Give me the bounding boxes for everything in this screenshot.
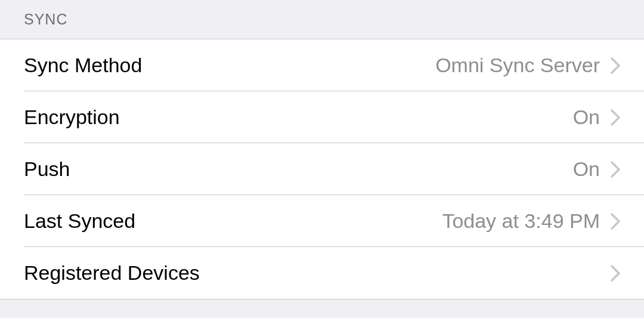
chevron-right-icon xyxy=(611,109,620,126)
row-label: Last Synced xyxy=(24,209,442,233)
chevron-right-icon xyxy=(611,161,620,178)
row-sync-method[interactable]: Sync Method Omni Sync Server xyxy=(0,39,644,91)
row-label: Registered Devices xyxy=(24,261,600,285)
row-last-synced[interactable]: Last Synced Today at 3:49 PM xyxy=(0,195,644,247)
row-encryption[interactable]: Encryption On xyxy=(0,91,644,143)
row-label: Push xyxy=(24,158,573,181)
chevron-right-icon xyxy=(611,213,620,230)
row-value: On xyxy=(573,106,600,129)
row-label: Sync Method xyxy=(24,54,435,77)
chevron-right-icon xyxy=(611,57,620,74)
row-value: Today at 3:49 PM xyxy=(442,209,600,233)
settings-list-sync: Sync Method Omni Sync Server Encryption … xyxy=(0,39,644,300)
row-push[interactable]: Push On xyxy=(0,143,644,195)
row-value: On xyxy=(573,158,600,181)
chevron-right-icon xyxy=(611,265,620,282)
section-title: SYNC xyxy=(24,11,67,27)
row-registered-devices[interactable]: Registered Devices xyxy=(0,247,644,299)
row-value: Omni Sync Server xyxy=(435,54,600,77)
row-label: Encryption xyxy=(24,106,573,129)
section-header-sync: SYNC xyxy=(0,0,644,39)
